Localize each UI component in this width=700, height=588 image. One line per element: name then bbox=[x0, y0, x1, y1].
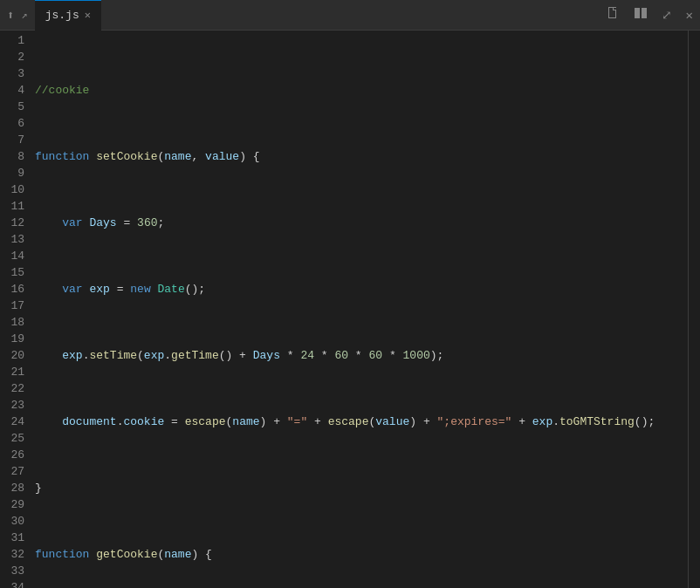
code-line-6: document.cookie = escape(name) + "=" + e… bbox=[35, 414, 688, 430]
line-num: 7 bbox=[7, 132, 24, 148]
line-num: 30 bbox=[7, 513, 24, 530]
code-line-7: } bbox=[35, 480, 688, 496]
title-bar-left: ⬆ ↗ js.js ✕ bbox=[7, 0, 101, 31]
line-num: 17 bbox=[7, 297, 24, 314]
line-num: 14 bbox=[7, 248, 24, 264]
code-line-5: exp.setTime(exp.getTime() + Days * 24 * … bbox=[35, 347, 688, 364]
line-num: 3 bbox=[7, 65, 24, 82]
line-numbers: 1 2 3 4 5 6 7 8 9 10 11 12 13 14 15 16 1… bbox=[0, 31, 35, 588]
code-line-2: function setCookie(name, value) { bbox=[35, 148, 688, 165]
new-file-icon[interactable] bbox=[606, 6, 620, 24]
file-tab[interactable]: js.js ✕ bbox=[35, 0, 101, 31]
line-num: 1 bbox=[7, 32, 24, 49]
line-num: 9 bbox=[7, 165, 24, 181]
line-num: 16 bbox=[7, 281, 24, 297]
line-num: 15 bbox=[7, 264, 24, 281]
split-editor-icon[interactable] bbox=[634, 6, 648, 24]
line-num: 34 bbox=[7, 579, 24, 588]
line-num: 27 bbox=[7, 463, 24, 480]
line-num: 12 bbox=[7, 215, 24, 231]
line-num: 32 bbox=[7, 546, 24, 563]
line-num: 19 bbox=[7, 331, 24, 347]
line-num: 8 bbox=[7, 148, 24, 165]
line-num: 24 bbox=[7, 414, 24, 430]
tab-close-icon[interactable]: ✕ bbox=[85, 9, 91, 22]
code-line-8: function getCookie(name) { bbox=[35, 546, 688, 563]
svg-rect-8 bbox=[642, 8, 647, 18]
line-num: 6 bbox=[7, 115, 24, 132]
unpin-icon[interactable]: ↗ bbox=[21, 9, 27, 22]
line-num: 10 bbox=[7, 181, 24, 198]
line-num: 11 bbox=[7, 198, 24, 215]
editor: 1 2 3 4 5 6 7 8 9 10 11 12 13 14 15 16 1… bbox=[0, 31, 700, 588]
line-num: 4 bbox=[7, 82, 24, 99]
line-num: 22 bbox=[7, 380, 24, 397]
line-num: 25 bbox=[7, 430, 24, 447]
vertical-scrollbar[interactable] bbox=[688, 31, 700, 588]
line-num: 26 bbox=[7, 447, 24, 463]
line-num: 31 bbox=[7, 530, 24, 546]
line-num: 23 bbox=[7, 397, 24, 414]
svg-rect-2 bbox=[608, 17, 616, 18]
code-editor[interactable]: //cookie function setCookie(name, value)… bbox=[35, 31, 688, 588]
line-num: 2 bbox=[7, 49, 24, 65]
title-bar-right: ⤢ ✕ bbox=[606, 6, 693, 24]
svg-rect-3 bbox=[615, 10, 616, 18]
tab-label: js.js bbox=[45, 9, 79, 22]
code-line-1: //cookie bbox=[35, 82, 688, 99]
pin-icon[interactable]: ⬆ bbox=[7, 8, 14, 23]
code-line-4: var exp = new Date(); bbox=[35, 281, 688, 297]
line-num: 5 bbox=[7, 99, 24, 115]
close-icon[interactable]: ✕ bbox=[686, 8, 693, 23]
svg-rect-1 bbox=[608, 7, 609, 18]
line-num: 20 bbox=[7, 347, 24, 364]
line-num: 28 bbox=[7, 480, 24, 496]
code-line-3: var Days = 360; bbox=[35, 215, 688, 231]
line-num: 18 bbox=[7, 314, 24, 331]
line-num: 33 bbox=[7, 563, 24, 579]
title-bar: ⬆ ↗ js.js ✕ ⤢ ✕ bbox=[0, 0, 700, 31]
line-num: 13 bbox=[7, 231, 24, 248]
line-num: 21 bbox=[7, 364, 24, 380]
expand-icon[interactable]: ⤢ bbox=[662, 8, 672, 23]
svg-rect-7 bbox=[635, 8, 640, 18]
svg-rect-6 bbox=[613, 10, 616, 10]
line-num: 29 bbox=[7, 496, 24, 513]
